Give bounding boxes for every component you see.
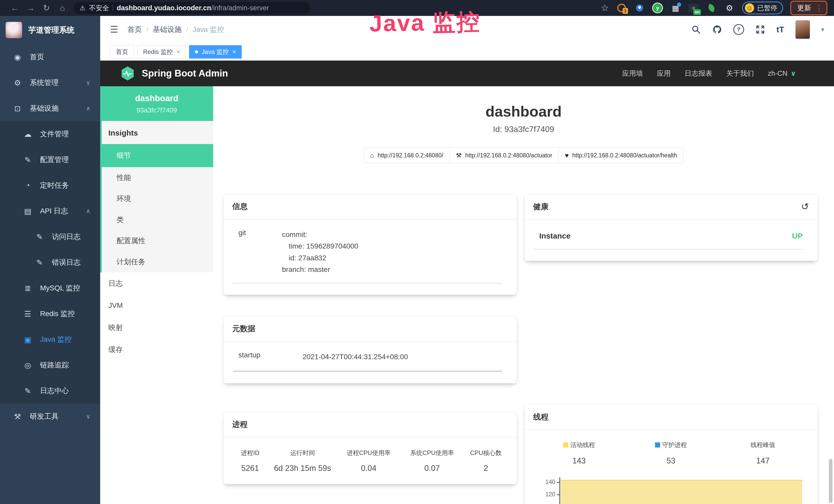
sba-menu-logs[interactable]: 日志 — [100, 272, 213, 295]
sidebar-item-java[interactable]: ▣ Java 监控 — [0, 327, 100, 352]
tab-home[interactable]: 首页 — [110, 45, 134, 59]
sba-menu-caches[interactable]: 缓存 — [100, 339, 213, 361]
extension-pin-icon[interactable] — [634, 3, 645, 13]
service-url-button[interactable]: ⌂ http://192.168.0.2:48080/ — [364, 147, 450, 163]
sba-nav-journal[interactable]: 日志报表 — [684, 69, 712, 78]
update-browser-button[interactable]: 更新 ⋮ — [790, 1, 827, 15]
extensions-puzzle-icon[interactable]: ⚙ — [724, 3, 735, 13]
tab-label: Java 监控 — [202, 48, 228, 56]
timer-icon: ◔ — [22, 181, 34, 190]
gear-icon: ⚙ — [12, 78, 23, 87]
actuator-url-button[interactable]: ⚒ http://192.168.0.2:48080/actuator — [449, 147, 559, 163]
active-dot-icon — [195, 50, 198, 53]
stat-label: 守护进程 — [655, 441, 687, 449]
kebab-menu-icon[interactable]: ⋮ — [815, 4, 823, 13]
profile-paused-pill[interactable]: ☺ 已暂停 — [742, 2, 783, 15]
help-icon[interactable]: ? — [733, 24, 744, 35]
close-icon[interactable]: × — [232, 48, 236, 55]
user-avatar[interactable] — [795, 20, 810, 39]
sidebar-item-mysql[interactable]: ≣ MySQL 监控 — [0, 275, 100, 301]
cell-value: 5261 — [232, 464, 268, 473]
page: 芋道管理系统 ◉ 首页 ⚙ 系统管理 ∨ ⊡ 基础设施 ∧ ☁ 文件管理 — [0, 16, 834, 504]
service-url: http://192.168.0.2:48080/ — [378, 152, 443, 159]
breadcrumb-infra[interactable]: 基础设施 — [153, 25, 182, 35]
sidebar-item-redis[interactable]: ☰ Redis 监控 — [0, 301, 100, 327]
emoji-face-icon: ☺ — [745, 3, 754, 13]
chart-area-fill — [561, 480, 803, 504]
tab-label: Redis 监控 — [143, 48, 173, 56]
sba-menu-metrics[interactable]: 性能 — [102, 167, 213, 188]
history-icon[interactable]: ↺ — [801, 201, 809, 212]
brand-logo-image — [6, 22, 22, 38]
process-card-header: 进程 — [223, 412, 517, 437]
vertical-scrollbar[interactable] — [829, 459, 832, 503]
extension-colorzilla-icon[interactable]: 1 — [616, 3, 627, 13]
reload-icon[interactable]: ↻ — [39, 3, 54, 13]
sba-menu-classes[interactable]: 类 — [102, 209, 213, 230]
sba-menu-jvm[interactable]: JVM — [100, 295, 213, 317]
address-divider — [112, 5, 113, 11]
sidebar-item-access-log[interactable]: ✎ 访问日志 — [0, 224, 100, 250]
tab-java-monitor[interactable]: Java 监控 × — [189, 45, 242, 59]
hamburger-icon[interactable]: ☰ — [110, 24, 118, 35]
forward-icon[interactable]: → — [23, 3, 39, 13]
health-url: http://192.168.0.2:48080/actuator/health — [572, 152, 677, 159]
sidebar-item-log-center[interactable]: ✎ 日志中心 — [0, 378, 100, 404]
sidebar-item-config[interactable]: ✎ 配置管理 — [0, 147, 100, 173]
locale-select[interactable]: zh-CN ∨ — [768, 70, 796, 77]
sidebar-item-trace[interactable]: ◎ 链路追踪 — [0, 352, 100, 378]
on-badge: on — [693, 9, 701, 15]
info-value: commit: time: 1596289704000 id: 27aa832 … — [282, 229, 358, 275]
sidebar-item-file[interactable]: ☁ 文件管理 — [0, 121, 100, 147]
instance-header[interactable]: dashboard 93a3fc7f7409 — [100, 86, 213, 121]
fullscreen-icon[interactable] — [755, 25, 765, 35]
sidebar-item-error-log[interactable]: ✎ 错误日志 — [0, 250, 100, 275]
instance-id: 93a3fc7f7409 — [103, 106, 211, 114]
update-label: 更新 — [797, 3, 811, 13]
sba-menu-env[interactable]: 环境 — [102, 188, 213, 209]
sba-menu-details[interactable]: 细节 — [102, 144, 213, 167]
extension-sprout-icon[interactable] — [706, 3, 717, 13]
actuator-url: http://192.168.0.2:48080/actuator — [465, 152, 552, 159]
breadcrumb: 首页 / 基础设施 / Java 监控 — [127, 25, 224, 35]
browser-home-icon[interactable]: ⌂ — [54, 3, 70, 13]
breadcrumb-home[interactable]: 首页 — [127, 25, 142, 35]
extension-y-icon[interactable]: y — [652, 3, 663, 13]
github-icon[interactable] — [712, 25, 722, 35]
extension-grid-icon[interactable]: ▦ — [670, 3, 681, 13]
close-icon[interactable]: × — [176, 48, 180, 55]
health-row: Instance UP — [533, 229, 809, 240]
process-card: 进程 进程ID 5261 运行时间 — [223, 412, 517, 484]
sba-menu-configprops[interactable]: 配置属性 — [102, 230, 213, 251]
bookmark-star-icon[interactable]: ☆ — [601, 3, 609, 13]
avatar-caret-icon[interactable]: ▾ — [821, 26, 824, 33]
health-card-header: 健康 ↺ — [525, 194, 818, 220]
sidebar-item-label: 访问日志 — [52, 232, 81, 242]
sidebar-item-label: 文件管理 — [40, 129, 69, 139]
sidebar-item-job[interactable]: ◔ 定时任务 — [0, 173, 100, 198]
sidebar-item-devtools[interactable]: ⚒ 研发工具 ∨ — [0, 404, 100, 429]
process-table: 进程ID 5261 运行时间 6d 23h 15m 59s — [232, 447, 508, 473]
sba-nav-applications[interactable]: 应用 — [657, 69, 671, 78]
metadata-value: 2021-04-27T00:44:31.254+08:00 — [303, 351, 408, 363]
sba-menu-scheduled[interactable]: 计划任务 — [102, 251, 213, 272]
chevron-up-icon: ∧ — [86, 207, 90, 215]
sba-nav-about[interactable]: 关于我们 — [726, 69, 754, 78]
extension-switch-icon[interactable]: ≡on — [688, 3, 699, 13]
url-path: /infra/admin-server — [211, 4, 269, 12]
sba-nav-wallboard[interactable]: 应用墙 — [622, 69, 643, 78]
sidebar-item-infra[interactable]: ⊡ 基础设施 ∧ — [0, 95, 100, 121]
text-size-icon[interactable]: tT — [776, 25, 784, 35]
sba-menu-mappings[interactable]: 映射 — [100, 317, 213, 339]
sidebar-item-api-log[interactable]: ▤ API 日志 ∧ — [0, 198, 100, 224]
back-icon[interactable]: ← — [7, 3, 23, 13]
page-title: dashboard — [213, 103, 834, 120]
search-icon[interactable] — [691, 25, 701, 35]
sidebar-item-system[interactable]: ⚙ 系统管理 ∨ — [0, 70, 100, 95]
sidebar-item-home[interactable]: ◉ 首页 — [0, 44, 100, 70]
column-header: CPU核心数 — [464, 449, 508, 457]
stack-icon: ☰ — [22, 310, 34, 318]
tab-redis-monitor[interactable]: Redis 监控 × — [137, 45, 186, 59]
health-url-button[interactable]: ♥ http://192.168.0.2:48080/actuator/heal… — [558, 147, 683, 163]
address-bar[interactable]: ⚠ 不安全 dashboard.yudao.iocoder.cn/infra/a… — [73, 2, 310, 14]
